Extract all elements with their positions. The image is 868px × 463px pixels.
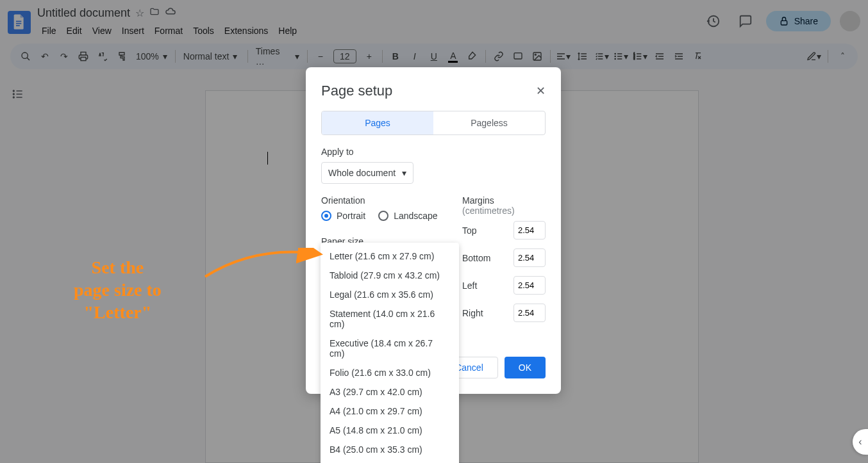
margins-label: Margins (centimetres) [462, 195, 546, 216]
close-icon[interactable]: ✕ [536, 84, 546, 98]
margin-left-input[interactable] [513, 276, 546, 295]
paper-size-option[interactable]: A5 (14.8 cm x 21.0 cm) [321, 421, 459, 440]
dialog-title: Page setup [321, 83, 392, 99]
margin-top-label: Top [462, 225, 477, 236]
margin-bottom-label: Bottom [462, 253, 490, 263]
paper-size-option[interactable]: Letter (21.6 cm x 27.9 cm) [321, 247, 459, 266]
portrait-radio[interactable]: Portrait [321, 211, 365, 221]
tab-pages[interactable]: Pages [322, 111, 433, 134]
tab-pageless[interactable]: Pageless [433, 111, 545, 134]
radio-icon [378, 211, 388, 221]
margin-left-label: Left [462, 280, 477, 291]
paper-size-option[interactable]: Legal (21.6 cm x 35.6 cm) [321, 285, 459, 304]
paper-size-dropdown: Letter (21.6 cm x 27.9 cm) Tabloid (27.9… [321, 243, 459, 463]
paper-size-option[interactable]: B5 (17.6 cm x 25.0 cm) [321, 459, 459, 463]
dialog-tabs: Pages Pageless [321, 111, 546, 135]
paper-size-option[interactable]: Folio (21.6 cm x 33.0 cm) [321, 363, 459, 382]
ok-button[interactable]: OK [505, 357, 546, 378]
margin-right-label: Right [462, 308, 483, 318]
landscape-radio[interactable]: Landscape [378, 211, 438, 221]
paper-size-option[interactable]: A3 (29.7 cm x 42.0 cm) [321, 382, 459, 402]
orientation-label: Orientation [321, 195, 449, 206]
chevron-down-icon: ▾ [402, 168, 406, 178]
paper-size-option[interactable]: A4 (21.0 cm x 29.7 cm) [321, 402, 459, 421]
margin-top-input[interactable] [513, 221, 546, 240]
paper-size-option[interactable]: B4 (25.0 cm x 35.3 cm) [321, 440, 459, 459]
radio-checked-icon [321, 211, 331, 221]
annotation-text: Set thepage size to"Letter" [74, 256, 162, 323]
paper-size-option[interactable]: Statement (14.0 cm x 21.6 cm) [321, 304, 459, 334]
apply-to-select[interactable]: Whole document ▾ [321, 162, 413, 184]
apply-to-label: Apply to [321, 147, 546, 157]
margin-right-input[interactable] [513, 304, 546, 322]
paper-size-option[interactable]: Tabloid (27.9 cm x 43.2 cm) [321, 266, 459, 285]
margin-bottom-input[interactable] [513, 248, 546, 267]
paper-size-option[interactable]: Executive (18.4 cm x 26.7 cm) [321, 334, 459, 363]
